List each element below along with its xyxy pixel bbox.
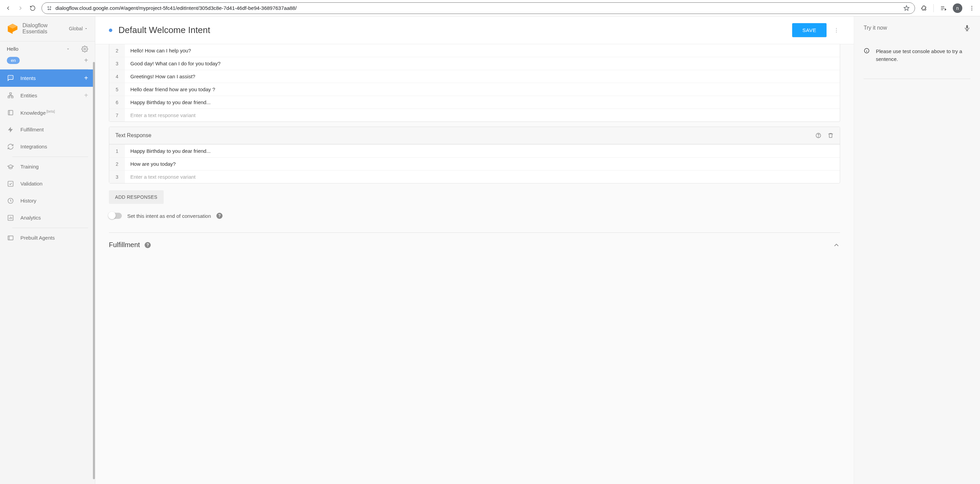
profile-avatar[interactable]: n: [953, 3, 962, 13]
divider: [109, 232, 840, 233]
svg-rect-13: [8, 181, 13, 186]
add-language-button[interactable]: +: [84, 56, 88, 64]
add-responses-button[interactable]: ADD RESPONSES: [109, 190, 164, 204]
response-text[interactable]: Hello! How can I help you?: [125, 44, 840, 57]
agent-selector[interactable]: Hello: [0, 41, 95, 54]
svg-point-17: [836, 28, 837, 29]
row-number: 1: [109, 145, 125, 157]
fulfillment-section-header[interactable]: Fulfillment ?: [109, 241, 840, 252]
response-block-header: Text Response: [109, 127, 840, 144]
site-info-icon[interactable]: [47, 5, 52, 11]
sidebar-item-training[interactable]: Training: [0, 158, 95, 175]
extensions-icon[interactable]: [920, 5, 927, 11]
sidebar-item-prebuilt-agents[interactable]: Prebuilt Agents: [0, 229, 95, 247]
sidebar-item-knowledge[interactable]: Knowledge[beta]: [0, 104, 95, 121]
svg-rect-16: [8, 236, 13, 240]
back-icon[interactable]: [5, 5, 11, 11]
divider: [864, 79, 970, 79]
sidebar-item-validation[interactable]: Validation: [0, 175, 95, 192]
svg-point-8: [84, 48, 86, 50]
section-title: Fulfillment: [109, 241, 140, 249]
sidebar-item-integrations[interactable]: Integrations: [0, 138, 95, 155]
response-row[interactable]: 2 How are you today?: [109, 157, 840, 170]
sidebar-item-label: Validation: [21, 181, 43, 186]
sidebar-item-fulfillment[interactable]: Fulfillment: [0, 121, 95, 138]
brand-row: Dialogflow Essentials Global: [0, 16, 95, 41]
sidebar-item-analytics[interactable]: Analytics: [0, 209, 95, 226]
response-row[interactable]: 3 Good day! What can I do for you today?: [109, 57, 840, 70]
playlist-icon[interactable]: [940, 5, 947, 11]
try-title[interactable]: Try it now: [864, 25, 959, 31]
region-selector[interactable]: Global: [69, 26, 88, 31]
svg-point-5: [972, 9, 972, 10]
brand-line2: Essentials: [22, 29, 48, 35]
help-icon[interactable]: [815, 132, 821, 139]
save-button[interactable]: SAVE: [792, 23, 827, 37]
language-chip[interactable]: en: [7, 57, 20, 64]
sidebar-item-label: Training: [21, 164, 39, 169]
response-text[interactable]: Greetings! How can I assist?: [125, 70, 840, 83]
divider: [12, 228, 88, 228]
response-row-new[interactable]: 7 Enter a text response variant: [109, 108, 840, 121]
sidebar-item-label: Integrations: [21, 143, 47, 150]
gear-icon[interactable]: [81, 46, 88, 53]
add-entity-icon[interactable]: +: [84, 92, 88, 99]
sidebar-item-intents[interactable]: Intents +: [0, 69, 95, 87]
main-content: Default Welcome Intent SAVE 2 Hello! How…: [95, 16, 854, 484]
more-icon[interactable]: [833, 27, 840, 33]
response-text[interactable]: How are you today?: [125, 158, 840, 170]
star-icon[interactable]: [903, 5, 910, 11]
language-row: en +: [0, 54, 95, 69]
intent-title[interactable]: Default Welcome Intent: [118, 25, 786, 35]
forward-icon[interactable]: [17, 5, 24, 11]
svg-point-4: [972, 8, 972, 8]
svg-rect-10: [8, 96, 10, 98]
caret-down-icon: [84, 27, 88, 31]
response-text[interactable]: Happy Birthday to you dear friend...: [125, 145, 840, 157]
help-icon[interactable]: ?: [216, 213, 223, 219]
response-text[interactable]: Happy Birthday to you dear friend...: [125, 96, 840, 108]
sidebar-item-history[interactable]: History: [0, 192, 95, 209]
response-text[interactable]: Good day! What can I do for you today?: [125, 57, 840, 70]
brand-line1: Dialogflow: [22, 22, 48, 29]
response-row-new[interactable]: 3 Enter a text response variant: [109, 170, 840, 183]
microphone-icon[interactable]: [964, 24, 970, 32]
end-of-conversation-toggle[interactable]: [109, 213, 122, 219]
entities-icon: [7, 92, 14, 99]
sidebar-scrollbar[interactable]: [93, 62, 95, 479]
chevron-up-icon[interactable]: [833, 241, 840, 249]
svg-rect-11: [11, 96, 13, 98]
response-row[interactable]: 2 Hello! How can I help you?: [109, 44, 840, 57]
svg-point-19: [836, 31, 837, 32]
more-icon[interactable]: [969, 5, 975, 11]
svg-point-21: [818, 137, 818, 137]
response-row[interactable]: 4 Greetings! How can I assist?: [109, 70, 840, 83]
sidebar-item-label: Fulfillment: [21, 127, 43, 132]
add-intent-icon[interactable]: +: [84, 74, 88, 82]
try-info-text: Please use test console above to try a s…: [876, 48, 970, 63]
trash-icon[interactable]: [827, 132, 834, 139]
agent-name: Hello: [7, 46, 62, 52]
reload-icon[interactable]: [29, 5, 36, 11]
try-info-row: Please use test console above to try a s…: [864, 48, 970, 63]
response-row[interactable]: 1 Happy Birthday to you dear friend...: [109, 144, 840, 157]
sidebar-item-entities[interactable]: Entities +: [0, 87, 95, 104]
nav-list: Intents + Entities + Knowledge[beta] Ful…: [0, 69, 95, 247]
bar-chart-icon: [7, 214, 14, 221]
help-icon[interactable]: ?: [145, 242, 151, 248]
row-number: 3: [109, 170, 125, 183]
sidebar-item-label: Knowledge[beta]: [21, 110, 55, 116]
address-bar[interactable]: dialogflow.cloud.google.com/#/agent/mypr…: [41, 2, 915, 14]
book-icon: [7, 109, 14, 116]
refresh-icon: [7, 143, 14, 150]
clock-icon: [7, 197, 14, 205]
text-response-block-2: Text Response 1 Happy Birthday to you de…: [109, 127, 840, 183]
response-input[interactable]: Enter a text response variant: [125, 170, 840, 183]
response-row[interactable]: 6 Happy Birthday to you dear friend...: [109, 96, 840, 108]
response-input[interactable]: Enter a text response variant: [125, 109, 840, 121]
dialogflow-logo-icon: [7, 23, 18, 34]
response-text[interactable]: Hello dear friend how are you today ?: [125, 83, 840, 96]
svg-point-18: [836, 30, 837, 31]
response-row[interactable]: 5 Hello dear friend how are you today ?: [109, 83, 840, 96]
row-number: 6: [109, 96, 125, 108]
